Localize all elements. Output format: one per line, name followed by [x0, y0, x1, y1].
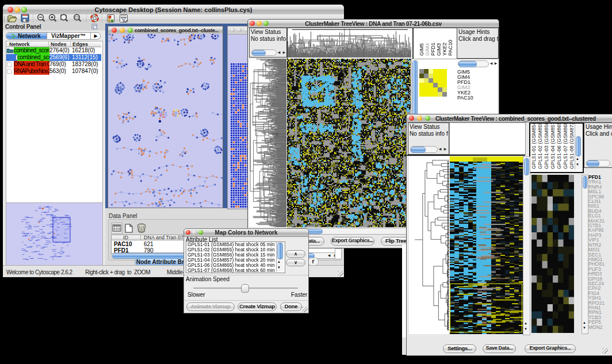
svg-text:GIM5: GIM5: [419, 43, 424, 56]
svg-text:GIM3: GIM3: [436, 43, 442, 56]
svg-text:GIM4: GIM4: [424, 43, 430, 56]
svg-text:GPL51-08 (GSM872): GPL51-08 (GSM872): [569, 124, 574, 169]
svg-text:GPL51-02 (GSM855): GPL51-02 (GSM855): [537, 124, 543, 169]
svg-text:GPL51-01 (GSM854): GPL51-01 (GSM854): [531, 124, 537, 169]
svg-text:GPL51-03 (GSM856): GPL51-03 (GSM856): [544, 124, 549, 169]
svg-text:GPL51-07 (GSM868): GPL51-07 (GSM868): [563, 124, 568, 169]
svg-text:GPL51-06 (GSM865): GPL51-06 (GSM865): [556, 124, 562, 169]
svg-text:PFD1: PFD1: [430, 43, 436, 56]
svg-text:YKE2: YKE2: [442, 43, 447, 56]
svg-text:PAC10: PAC10: [447, 40, 453, 56]
svg-text:GPL51-04 (GSM857): GPL51-04 (GSM857): [550, 124, 556, 169]
